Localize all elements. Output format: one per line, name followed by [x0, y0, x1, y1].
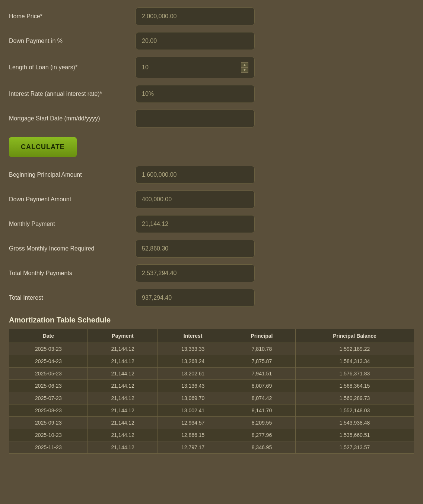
total-payments-row: Total Monthly Payments 2,537,294.40 — [9, 264, 414, 282]
total-payments-value: 2,537,294.40 — [136, 264, 255, 282]
table-cell: 1,535,660.51 — [295, 429, 414, 441]
interest-rate-label: Interest Rate (annual interest rate)* — [9, 91, 136, 97]
table-cell: 8,209.55 — [228, 417, 295, 429]
total-payments-label: Total Monthly Payments — [9, 270, 136, 277]
table-row: 2025-07-2321,144.1213,069.708,074.421,56… — [9, 392, 414, 404]
down-payment-amount-row: Down Payment Amount 400,000.00 — [9, 190, 414, 208]
monthly-payment-value: 21,144.12 — [136, 215, 255, 233]
table-cell: 1,568,364.15 — [295, 380, 414, 392]
table-cell: 8,007.69 — [228, 380, 295, 392]
gross-income-label: Gross Monthly Income Required — [9, 245, 136, 252]
table-cell: 21,144.12 — [88, 343, 158, 355]
table-cell: 21,144.12 — [88, 368, 158, 380]
home-price-row: Home Price* — [9, 7, 414, 25]
table-row: 2025-09-2321,144.1212,934.578,209.551,54… — [9, 417, 414, 429]
table-cell: 1,552,148.03 — [295, 404, 414, 417]
down-payment-pct-row: Down Payment in % — [9, 32, 414, 50]
principal-amount-label: Beginning Principal Amount — [9, 171, 136, 178]
table-cell: 2025-05-23 — [9, 368, 88, 380]
amortization-table-header: Date Payment Interest Principal Principa… — [9, 329, 414, 343]
table-cell: 21,144.12 — [88, 429, 158, 441]
col-interest: Interest — [158, 329, 228, 343]
down-payment-amount-value: 400,000.00 — [136, 190, 255, 208]
calculate-button[interactable]: CALCULATE — [9, 137, 77, 157]
principal-amount-value: 1,600,000.00 — [136, 166, 255, 184]
table-cell: 8,141.70 — [228, 404, 295, 417]
table-cell: 13,136.43 — [158, 380, 228, 392]
amortization-table: Date Payment Interest Principal Principa… — [9, 329, 414, 454]
amortization-title: Amortization Table Schedule — [9, 316, 414, 324]
principal-amount-row: Beginning Principal Amount 1,600,000.00 — [9, 166, 414, 184]
col-balance: Principal Balance — [295, 329, 414, 343]
table-row: 2025-06-2321,144.1213,136.438,007.691,56… — [9, 380, 414, 392]
table-cell: 2025-03-23 — [9, 343, 88, 355]
table-cell: 2025-09-23 — [9, 417, 88, 429]
col-payment: Payment — [88, 329, 158, 343]
table-row: 2025-05-2321,144.1213,202.617,941.511,57… — [9, 368, 414, 380]
down-payment-pct-input[interactable] — [136, 32, 255, 50]
table-cell: 21,144.12 — [88, 417, 158, 429]
spinner-controls: ▲ ▼ — [241, 62, 248, 73]
total-interest-value: 937,294.40 — [136, 289, 255, 307]
table-cell: 13,069.70 — [158, 392, 228, 404]
total-interest-row: Total Interest 937,294.40 — [9, 289, 414, 307]
table-cell: 8,277.96 — [228, 429, 295, 441]
table-cell: 2025-07-23 — [9, 392, 88, 404]
table-cell: 21,144.12 — [88, 392, 158, 404]
table-cell: 7,810.78 — [228, 343, 295, 355]
col-date: Date — [9, 329, 88, 343]
spinner-up-button[interactable]: ▲ — [241, 62, 248, 67]
table-row: 2025-03-2321,144.1213,333.337,810.781,59… — [9, 343, 414, 355]
table-cell: 12,797.17 — [158, 441, 228, 454]
home-price-label: Home Price* — [9, 13, 136, 20]
table-cell: 8,346.95 — [228, 441, 295, 454]
start-date-row: Mortgage Start Date (mm/dd/yyyy) — [9, 110, 414, 127]
start-date-input[interactable] — [136, 110, 255, 127]
loan-length-row: Length of Loan (in years)* 10 ▲ ▼ — [9, 57, 414, 78]
table-cell: 1,576,371.83 — [295, 368, 414, 380]
table-cell: 21,144.12 — [88, 380, 158, 392]
monthly-payment-label: Monthly Payment — [9, 221, 136, 227]
table-row: 2025-11-2321,144.1212,797.178,346.951,52… — [9, 441, 414, 454]
table-cell: 1,527,313.57 — [295, 441, 414, 454]
down-payment-pct-label: Down Payment in % — [9, 38, 136, 44]
table-cell: 13,268.24 — [158, 355, 228, 368]
table-cell: 13,002.41 — [158, 404, 228, 417]
total-interest-label: Total Interest — [9, 294, 136, 301]
table-cell: 21,144.12 — [88, 441, 158, 454]
home-price-input[interactable] — [136, 7, 255, 25]
gross-income-value: 52,860.30 — [136, 240, 255, 258]
interest-rate-input[interactable] — [136, 85, 255, 103]
table-row: 2025-04-2321,144.1213,268.247,875.871,58… — [9, 355, 414, 368]
table-cell: 1,560,289.73 — [295, 392, 414, 404]
table-cell: 1,543,938.48 — [295, 417, 414, 429]
down-payment-amount-label: Down Payment Amount — [9, 196, 136, 203]
table-cell: 2025-11-23 — [9, 441, 88, 454]
table-cell: 13,202.61 — [158, 368, 228, 380]
loan-length-value: 10 — [142, 64, 149, 71]
table-cell: 1,584,313.34 — [295, 355, 414, 368]
table-cell: 7,875.87 — [228, 355, 295, 368]
amortization-table-body: 2025-03-2321,144.1213,333.337,810.781,59… — [9, 343, 414, 454]
start-date-label: Mortgage Start Date (mm/dd/yyyy) — [9, 115, 136, 122]
col-principal: Principal — [228, 329, 295, 343]
table-cell: 12,866.15 — [158, 429, 228, 441]
table-row: 2025-10-2321,144.1212,866.158,277.961,53… — [9, 429, 414, 441]
table-cell: 21,144.12 — [88, 404, 158, 417]
table-cell: 2025-08-23 — [9, 404, 88, 417]
gross-income-row: Gross Monthly Income Required 52,860.30 — [9, 240, 414, 258]
loan-length-spinner[interactable]: 10 ▲ ▼ — [136, 57, 255, 78]
loan-length-label: Length of Loan (in years)* — [9, 64, 136, 71]
table-cell: 1,592,189.22 — [295, 343, 414, 355]
table-cell: 8,074.42 — [228, 392, 295, 404]
table-cell: 2025-10-23 — [9, 429, 88, 441]
table-row: 2025-08-2321,144.1213,002.418,141.701,55… — [9, 404, 414, 417]
spinner-down-button[interactable]: ▼ — [241, 67, 248, 73]
table-cell: 13,333.33 — [158, 343, 228, 355]
table-cell: 2025-04-23 — [9, 355, 88, 368]
monthly-payment-row: Monthly Payment 21,144.12 — [9, 215, 414, 233]
interest-rate-row: Interest Rate (annual interest rate)* — [9, 85, 414, 103]
table-cell: 7,941.51 — [228, 368, 295, 380]
header-row: Date Payment Interest Principal Principa… — [9, 329, 414, 343]
table-cell: 21,144.12 — [88, 355, 158, 368]
